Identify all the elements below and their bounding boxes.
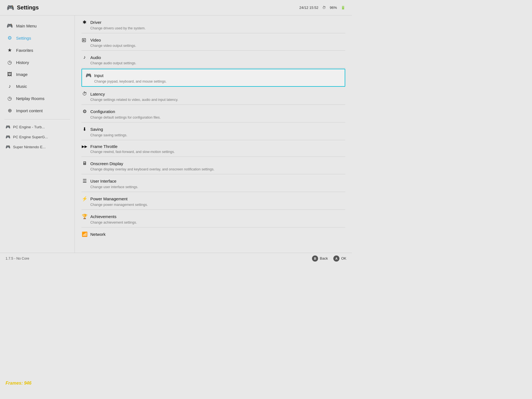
bottom-controls: B Back A OK xyxy=(312,255,346,262)
power-management-icon: ⚡ xyxy=(81,196,88,202)
settings-item-network[interactable]: 📶 Network xyxy=(81,227,345,241)
header-left: 🎮 Settings xyxy=(7,4,39,11)
settings-item-label: Power Management xyxy=(90,196,127,201)
settings-item-latency[interactable]: ⏱ Latency Change settings related to vid… xyxy=(81,87,345,105)
sidebar-item-label: Favorites xyxy=(16,48,33,53)
settings-content: ✱ Driver Change drivers used by the syst… xyxy=(75,16,352,253)
settings-item-header-saving: ⬇ Saving xyxy=(81,126,345,132)
sidebar-item-label: Image xyxy=(16,72,28,77)
audio-icon: ♪ xyxy=(81,55,88,60)
sidebar-item-label: History xyxy=(16,60,29,65)
settings-item-label: Input xyxy=(94,73,103,78)
settings-item-label: Latency xyxy=(90,92,105,96)
app-logo-icon: 🎮 xyxy=(7,4,14,11)
settings-item-header-power-management: ⚡ Power Management xyxy=(81,196,345,202)
sidebar-console-label: PC Engine SuperG... xyxy=(13,135,48,139)
settings-item-desc-user-interface: Change user interface settings. xyxy=(81,185,345,189)
import-icon: ⊕ xyxy=(7,108,13,114)
sidebar-item-main-menu[interactable]: 🎮 Main Menu xyxy=(0,20,75,32)
favorites-icon: ★ xyxy=(7,47,13,53)
settings-item-header-configuration: ⚙ Configuration xyxy=(81,109,345,114)
settings-item-desc-onscreen-display: Change display overlay and keyboard over… xyxy=(81,167,345,171)
sidebar-item-music[interactable]: ♪ Music xyxy=(0,81,75,92)
settings-item-achievements[interactable]: 🏆 Achievements Change achievement settin… xyxy=(81,210,345,227)
settings-item-configuration[interactable]: ⚙ Configuration Change default settings … xyxy=(81,105,345,122)
sidebar-item-label: Import content xyxy=(16,108,43,113)
sidebar-item-super-nintendo[interactable]: 🎮 Super Nintendo E... xyxy=(0,142,75,152)
configuration-icon: ⚙ xyxy=(81,109,88,114)
settings-item-label: Achievements xyxy=(90,214,116,219)
input-icon: 🎮 xyxy=(85,73,91,78)
sidebar-item-label: Main Menu xyxy=(16,24,37,28)
ok-control[interactable]: A OK xyxy=(333,255,346,262)
sidebar-item-image[interactable]: 🖼 Image xyxy=(0,69,75,80)
sidebar-item-pc-engine-turb[interactable]: 🎮 PC Engine - Turb... xyxy=(0,122,75,132)
sidebar-item-favorites[interactable]: ★ Favorites xyxy=(0,44,75,56)
settings-item-desc-input: Change joypad, keyboard, and mouse setti… xyxy=(85,80,341,83)
back-btn-circle: B xyxy=(312,255,318,262)
bottom-bar: 1.7.5 - No Core B Back A OK xyxy=(0,253,352,264)
datetime-display: 24/12 15:52 xyxy=(299,6,318,10)
svg-rect-1 xyxy=(83,39,84,41)
main-layout: 🎮 Main Menu ⚙ Settings ★ Favorites ◷ His… xyxy=(0,16,352,253)
achievements-icon: 🏆 xyxy=(81,214,88,219)
settings-item-header-audio: ♪ Audio xyxy=(81,55,345,60)
settings-icon: ⚙ xyxy=(7,35,13,41)
history-icon: ◷ xyxy=(7,59,13,65)
settings-item-desc-video: Change video output settings. xyxy=(81,44,345,48)
console-icon: 🎮 xyxy=(6,125,10,129)
settings-item-driver[interactable]: ✱ Driver Change drivers used by the syst… xyxy=(81,16,345,33)
settings-item-desc-audio: Change audio output settings. xyxy=(81,61,345,65)
settings-item-header-latency: ⏱ Latency xyxy=(81,91,345,97)
sidebar-item-label: Settings xyxy=(16,36,31,40)
back-control[interactable]: B Back xyxy=(312,255,328,262)
settings-item-desc-configuration: Change default settings for configuratio… xyxy=(81,116,345,119)
settings-item-video[interactable]: Video Change video output settings. xyxy=(81,33,345,51)
clock-icon: ⏱ xyxy=(322,6,326,10)
settings-item-onscreen-display[interactable]: 🖥 Onscreen Display Change display overla… xyxy=(81,157,345,174)
page-title: Settings xyxy=(17,4,39,11)
user-interface-icon: ☰ xyxy=(81,178,88,184)
ok-label: OK xyxy=(341,256,346,260)
sidebar-item-label: Music xyxy=(16,84,27,89)
header: 🎮 Settings 24/12 15:52 ⏱ 96% 🔋 xyxy=(0,0,352,16)
settings-list: ✱ Driver Change drivers used by the syst… xyxy=(75,16,352,241)
settings-item-desc-latency: Change settings related to video, audio … xyxy=(81,98,345,102)
sidebar-item-netplay[interactable]: ◷ Netplay Rooms xyxy=(0,93,75,104)
image-icon: 🖼 xyxy=(7,71,13,77)
console-icon: 🎮 xyxy=(6,145,10,149)
header-right: 24/12 15:52 ⏱ 96% 🔋 xyxy=(299,6,345,10)
settings-item-label: Frame Throttle xyxy=(90,144,117,149)
settings-item-power-management[interactable]: ⚡ Power Management Change power manageme… xyxy=(81,192,345,210)
sidebar: 🎮 Main Menu ⚙ Settings ★ Favorites ◷ His… xyxy=(0,16,75,253)
frame-throttle-icon: ▶▶ xyxy=(81,144,88,149)
settings-item-header-frame-throttle: ▶▶ Frame Throttle xyxy=(81,144,345,149)
settings-item-saving[interactable]: ⬇ Saving Change saving settings. xyxy=(81,122,345,140)
settings-item-header-network: 📶 Network xyxy=(81,231,345,237)
driver-icon: ✱ xyxy=(81,19,88,25)
version-label: 1.7.5 - No Core xyxy=(6,257,29,260)
ok-btn-circle: A xyxy=(333,255,339,262)
settings-item-desc-saving: Change saving settings. xyxy=(81,133,345,137)
settings-item-header-achievements: 🏆 Achievements xyxy=(81,214,345,219)
sidebar-item-settings[interactable]: ⚙ Settings xyxy=(0,32,75,44)
settings-item-label: Audio xyxy=(90,55,101,60)
settings-item-user-interface[interactable]: ☰ User Interface Change user interface s… xyxy=(81,174,345,192)
settings-item-label: Network xyxy=(90,232,106,237)
settings-item-header-video: Video xyxy=(81,37,345,43)
onscreen-display-icon: 🖥 xyxy=(81,161,88,166)
settings-item-frame-throttle[interactable]: ▶▶ Frame Throttle Change rewind, fast-fo… xyxy=(81,140,345,157)
settings-item-audio[interactable]: ♪ Audio Change audio output settings. xyxy=(81,51,345,68)
settings-item-desc-driver: Change drivers used by the system. xyxy=(81,26,345,30)
sidebar-item-import[interactable]: ⊕ Import content xyxy=(0,105,75,116)
settings-item-header-user-interface: ☰ User Interface xyxy=(81,178,345,184)
latency-icon: ⏱ xyxy=(81,91,88,97)
sidebar-divider xyxy=(4,119,70,119)
settings-item-label: Saving xyxy=(90,127,103,132)
sidebar-item-pc-engine-superg[interactable]: 🎮 PC Engine SuperG... xyxy=(0,132,75,142)
sidebar-item-history[interactable]: ◷ History xyxy=(0,57,75,68)
battery-display: 96% xyxy=(330,6,337,10)
battery-icon: 🔋 xyxy=(341,6,345,10)
settings-item-input[interactable]: 🎮 Input Change joypad, keyboard, and mou… xyxy=(81,69,345,87)
sidebar-console-label: PC Engine - Turb... xyxy=(13,125,45,129)
